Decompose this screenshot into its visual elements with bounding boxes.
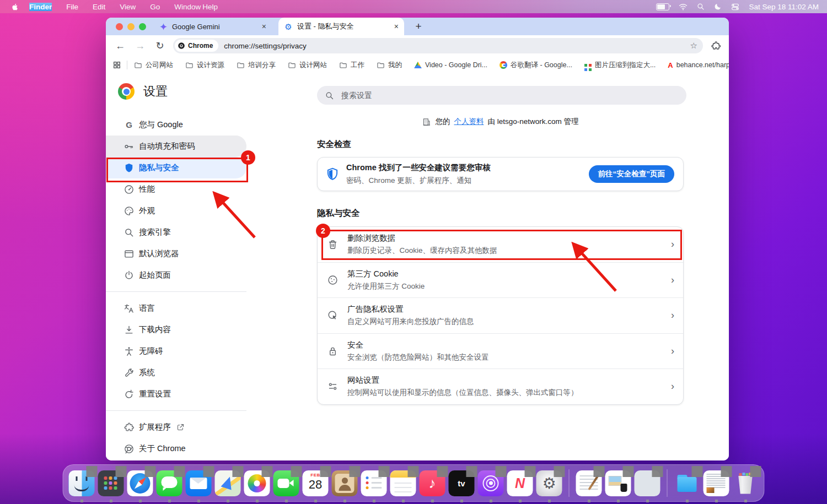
folder-icon [377, 61, 385, 69]
bookmark-label: 工作 [351, 61, 364, 70]
back-button[interactable]: ← [114, 40, 127, 52]
sidebar-item-startup[interactable]: 起始页面 [106, 264, 246, 286]
battery-icon[interactable] [656, 3, 669, 10]
do-not-disturb-icon[interactable] [714, 3, 722, 10]
bookmark-folder[interactable]: 公司网站 [134, 61, 173, 70]
dock-preview[interactable] [605, 470, 631, 496]
tab-close-icon[interactable]: × [262, 22, 266, 31]
dock-empty-app[interactable] [635, 470, 660, 496]
sidebar-item-languages[interactable]: 语言 [106, 297, 246, 319]
go-to-safety-check-button[interactable]: 前往“安全检查”页面 [589, 165, 675, 183]
minimize-window-button[interactable] [127, 23, 135, 30]
sidebar-item-default-browser[interactable]: 默认浏览器 [106, 243, 246, 264]
sidebar-item-reset[interactable]: 重置设置 [106, 383, 246, 405]
dock-photos[interactable] [244, 470, 270, 496]
sidebar-item-extensions[interactable]: 扩展程序 [106, 416, 246, 438]
apple-menu[interactable] [10, 2, 18, 12]
bookmark-star-icon[interactable]: ☆ [690, 41, 697, 51]
menu-view[interactable]: View [120, 3, 136, 11]
dock-finder[interactable] [69, 470, 95, 496]
sidebar-item-autofill[interactable]: 自动填充和密码 [106, 136, 246, 157]
bookmark-folder[interactable]: 工作 [339, 61, 364, 70]
chevron-right-icon: › [671, 381, 674, 392]
close-window-button[interactable] [116, 23, 123, 30]
dock-document[interactable] [704, 470, 729, 496]
settings-page: 设置 G 您与 Google 自动填充和密码 [106, 74, 729, 460]
menu-edit[interactable]: Edit [93, 3, 105, 11]
sidebar-item-appearance[interactable]: 外观 [106, 200, 246, 221]
dock-messages[interactable] [157, 470, 182, 496]
dock-news[interactable]: N [507, 470, 533, 496]
dock-launchpad[interactable] [98, 470, 124, 496]
address-bar[interactable]: Chrome chrome://settings/privacy ☆ [173, 38, 703, 53]
settings-search[interactable] [317, 86, 686, 105]
dock-contacts[interactable] [332, 470, 358, 496]
dock-system-settings[interactable]: ⚙ [536, 470, 562, 496]
dock-textedit[interactable] [576, 470, 602, 496]
chrome-mini-logo-icon [178, 42, 185, 50]
spotlight-icon[interactable] [697, 3, 705, 10]
forward-button[interactable]: → [133, 40, 147, 52]
row-site-settings[interactable]: 网站设置 控制网站可以使用和显示的信息（位置信息、摄像头、弹出式窗口等） › [318, 368, 683, 404]
menu-file[interactable]: File [66, 3, 78, 11]
control-center-icon[interactable] [731, 3, 739, 10]
dock-trash[interactable] [733, 470, 759, 496]
bookmark-folder[interactable]: 设计资源 [185, 61, 224, 70]
dock-maps[interactable] [215, 470, 241, 496]
dock-reminders[interactable] [361, 470, 387, 496]
dock-folder[interactable] [674, 470, 700, 496]
row-security[interactable]: 安全 安全浏览（防范危险网站）和其他安全设置 › [318, 333, 683, 369]
tab-google-gemini[interactable]: Google Gemini × [153, 18, 272, 35]
sidebar-item-downloads[interactable]: 下载内容 [106, 319, 246, 340]
wifi-icon[interactable] [679, 3, 688, 10]
sidebar-item-privacy-security[interactable]: 隐私与安全 1 [106, 157, 246, 178]
reload-button[interactable]: ↻ [153, 40, 167, 52]
row-third-party-cookies[interactable]: 第三方 Cookie 允许使用第三方 Cookie › [318, 262, 683, 298]
menu-help[interactable]: Help [202, 3, 218, 11]
menubar-app-name[interactable]: Finder [29, 3, 52, 11]
row-ad-privacy[interactable]: 广告隐私权设置 自定义网站可用来向您投放广告的信息 › [318, 297, 683, 333]
site-chip[interactable]: Chrome [175, 40, 218, 52]
running-indicator [80, 500, 83, 502]
sidebar-item-system[interactable]: 系统 [106, 362, 246, 383]
dock-calendar[interactable]: FEB28 [303, 470, 329, 496]
row-clear-browsing-data[interactable]: 删除浏览数据 删除历史记录、Cookie、缓存内容及其他数据 › 2 [318, 227, 683, 262]
managed-banner: 您的个人资料由 letsgo-network.com 管理 [317, 117, 684, 127]
tab-settings-privacy[interactable]: ⚙ 设置 - 隐私与安全 × [278, 18, 404, 35]
apps-grid-icon[interactable] [112, 61, 121, 69]
new-tab-button[interactable]: + [412, 20, 425, 33]
menu-go[interactable]: Go [150, 3, 160, 11]
extensions-icon[interactable] [711, 41, 721, 51]
dock-apple-tv[interactable]: tv [449, 470, 475, 496]
search-input[interactable] [340, 90, 661, 100]
sidebar-item-performance[interactable]: 性能 [106, 178, 246, 200]
sidebar-item-label: 关于 Chrome [139, 443, 186, 454]
dock-music[interactable]: ♪ [420, 470, 445, 496]
bookmark-behance[interactable]: Abehance.net/harp... [668, 61, 729, 69]
running-indicator [686, 500, 689, 502]
bookmark-compressor[interactable]: 图片压缩到指定大... [584, 61, 656, 70]
dock-facetime[interactable] [273, 470, 299, 496]
sidebar-item-you-and-google[interactable]: G 您与 Google [106, 114, 246, 136]
bookmark-translate[interactable]: 谷歌翻译 - Google... [500, 61, 572, 70]
url-text[interactable]: chrome://settings/privacy [224, 42, 306, 50]
bookmark-folder[interactable]: 我的 [377, 61, 402, 70]
bookmark-folder[interactable]: 设计网站 [288, 61, 327, 70]
menubar-clock[interactable]: Sat Sep 18 11:02 AM [749, 3, 819, 11]
bookmark-folder[interactable]: 培训分享 [237, 61, 276, 70]
menu-window[interactable]: Window [174, 3, 201, 11]
bookmark-drive[interactable]: Video - Google Dri... [414, 61, 487, 69]
zoom-window-button[interactable] [139, 23, 146, 30]
sidebar-item-search-engine[interactable]: 搜索引擎 [106, 221, 246, 243]
browser-window: Google Gemini × ⚙ 设置 - 隐私与安全 × + ← → ↻ C… [106, 18, 729, 460]
external-link-icon [176, 423, 185, 431]
sidebar-item-accessibility[interactable]: 无障碍 [106, 340, 246, 362]
profile-link[interactable]: 个人资料 [454, 117, 484, 127]
dock-mail[interactable] [186, 470, 212, 496]
dock-safari[interactable] [127, 470, 153, 496]
tab-close-icon[interactable]: × [394, 22, 399, 31]
sidebar-item-about-chrome[interactable]: 关于 Chrome [106, 438, 246, 459]
dock-notes[interactable] [390, 470, 416, 496]
dock-podcasts[interactable] [478, 470, 504, 496]
running-indicator [588, 500, 590, 502]
